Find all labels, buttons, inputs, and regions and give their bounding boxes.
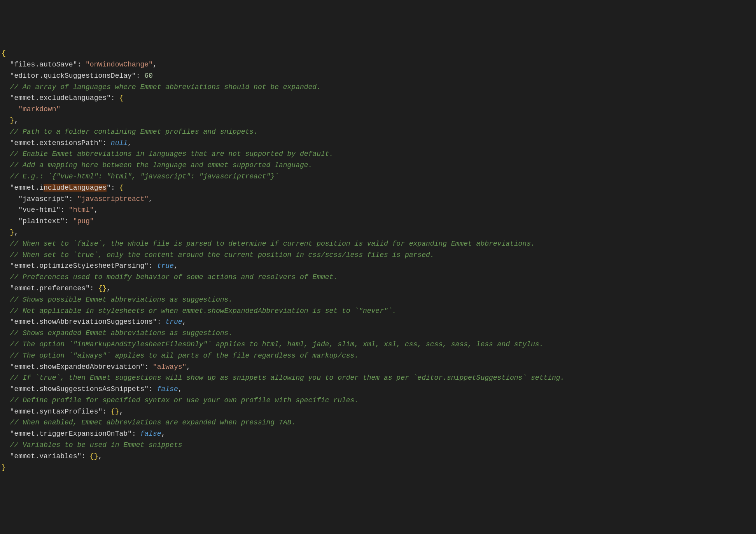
code-line[interactable]: "emmet.showExpandedAbbreviation": "alway… xyxy=(2,361,754,373)
code-line[interactable]: // Define profile for specified syntax o… xyxy=(2,395,754,406)
code-line[interactable]: { xyxy=(2,48,754,59)
code-line[interactable]: "editor.quickSuggestionsDelay": 60 xyxy=(2,70,754,82)
code-line[interactable]: "emmet.variables": {}, xyxy=(2,451,754,462)
code-line[interactable]: // Path to a folder containing Emmet pro… xyxy=(2,126,754,138)
code-line[interactable]: // When set to `false`, the whole file i… xyxy=(2,238,754,250)
code-line[interactable]: // The option `"always"` applies to all … xyxy=(2,350,754,361)
code-line[interactable]: "javascript": "javascriptreact", xyxy=(2,194,754,205)
code-line[interactable]: // Add a mapping here between the langua… xyxy=(2,160,754,171)
code-line[interactable]: // When enabled, Emmet abbreviations are… xyxy=(2,417,754,428)
code-line[interactable]: // Enable Emmet abbreviations in languag… xyxy=(2,148,754,160)
code-line[interactable]: // E.g.: `{"vue-html": "html", "javascri… xyxy=(2,171,754,182)
code-line[interactable]: // Shows possible Emmet abbreviations as… xyxy=(2,294,754,305)
code-line[interactable]: "emmet.preferences": {}, xyxy=(2,283,754,294)
code-line[interactable]: // Shows expanded Emmet abbreviations as… xyxy=(2,328,754,339)
code-line[interactable]: // Not applicable in stylesheets or when… xyxy=(2,305,754,317)
code-editor[interactable]: { "files.autoSave": "onWindowChange", "e… xyxy=(2,48,754,473)
code-line[interactable]: }, xyxy=(2,115,754,126)
code-line[interactable]: "emmet.triggerExpansionOnTab": false, xyxy=(2,428,754,440)
code-line[interactable]: "vue-html": "html", xyxy=(2,204,754,216)
code-line[interactable]: // The option `"inMarkupAndStylesheetFil… xyxy=(2,339,754,350)
code-line[interactable]: "plaintext": "pug" xyxy=(2,216,754,227)
code-line[interactable]: "emmet.excludeLanguages": { xyxy=(2,92,754,104)
code-line[interactable]: "emmet.syntaxProfiles": {}, xyxy=(2,406,754,417)
code-line[interactable]: // Preferences used to modify behavior o… xyxy=(2,272,754,283)
code-line[interactable]: "emmet.extensionsPath": null, xyxy=(2,138,754,149)
code-line[interactable]: "emmet.showSuggestionsAsSnippets": false… xyxy=(2,384,754,395)
code-line[interactable]: // An array of languages where Emmet abb… xyxy=(2,82,754,93)
code-line[interactable]: "markdown" xyxy=(2,104,754,115)
code-line[interactable]: "emmet.includeLanguages": { xyxy=(2,182,754,194)
code-line[interactable]: } xyxy=(2,462,754,473)
code-line[interactable]: // If `true`, then Emmet suggestions wil… xyxy=(2,372,754,384)
code-line[interactable]: // Variables to be used in Emmet snippet… xyxy=(2,440,754,451)
code-line[interactable]: "emmet.optimizeStylesheetParsing": true, xyxy=(2,260,754,272)
code-line[interactable]: "files.autoSave": "onWindowChange", xyxy=(2,59,754,70)
code-line[interactable]: }, xyxy=(2,227,754,238)
code-line[interactable]: "emmet.showAbbreviationSuggestions": tru… xyxy=(2,316,754,328)
code-line[interactable]: // When set to `true`, only the content … xyxy=(2,250,754,261)
